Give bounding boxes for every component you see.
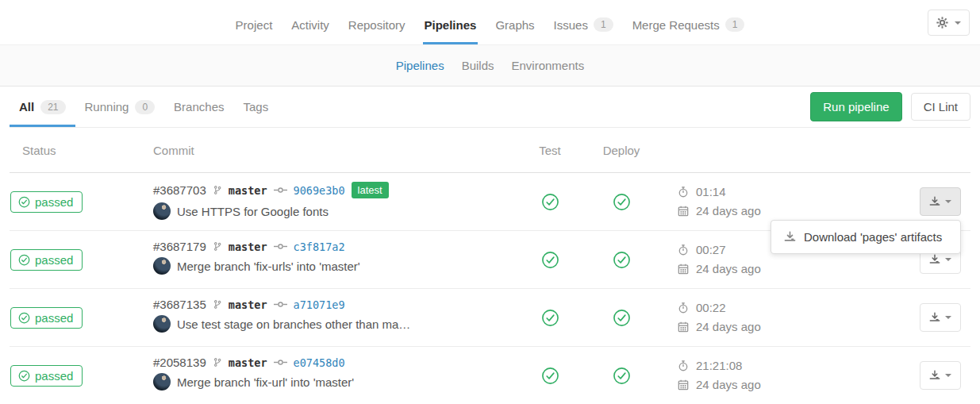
nav-item-graphs[interactable]: Graphs [494, 18, 536, 44]
branch-icon [213, 185, 222, 195]
test-stage-status[interactable] [541, 309, 559, 327]
pipeline-row: passed #3687135 master a71071e9 Use test… [10, 289, 970, 347]
pipeline-row: passed #2058139 master e07458d0 Merge br… [10, 347, 970, 404]
avatar[interactable] [153, 257, 171, 275]
time-cell: 00:22 24 days ago [657, 298, 920, 337]
deploy-stage-status[interactable] [613, 309, 631, 327]
nav-item-merge-requests[interactable]: Merge Requests 1 [631, 17, 747, 44]
chevron-down-icon [945, 200, 951, 203]
pipelines-filter-bar: All 21 Running 0 Branches Tags Run pipel… [10, 87, 970, 128]
download-icon [784, 231, 796, 243]
run-pipeline-button[interactable]: Run pipeline [810, 92, 901, 121]
test-stage-status[interactable] [541, 367, 559, 385]
stopwatch-icon [678, 360, 689, 371]
status-badge-passed[interactable]: passed [10, 365, 83, 387]
check-circle-icon [18, 370, 30, 382]
deploy-stage-status[interactable] [613, 193, 631, 211]
subnav-item-environments[interactable]: Environments [512, 59, 585, 72]
pipeline-duration: 21:21:08 [696, 356, 742, 375]
check-circle-icon [18, 312, 30, 324]
commit-sha-link[interactable]: a71071e9 [294, 298, 345, 311]
commit-icon [274, 243, 287, 250]
tab-tags[interactable]: Tags [233, 87, 278, 127]
download-artifacts-button[interactable] [920, 303, 961, 332]
deploy-stage-status[interactable] [613, 367, 631, 385]
header-status: Status [10, 144, 153, 157]
gear-icon [936, 17, 948, 29]
avatar[interactable] [153, 202, 171, 220]
pipelines-table-header: Status Commit Test Deploy [10, 128, 970, 173]
pipelines-page: Project Activity Repository Pipelines Gr… [0, 0, 980, 404]
pipeline-id: #3687135 [153, 298, 206, 311]
nav-item-issues[interactable]: Issues 1 [552, 17, 615, 44]
pipeline-finished-ago: 24 days ago [696, 202, 761, 221]
deploy-stage-status[interactable] [613, 251, 631, 269]
download-icon [929, 370, 940, 381]
commit-cell: #3687179 master c3f817a2 Merge branch 'f… [153, 231, 514, 275]
tab-running[interactable]: Running 0 [75, 87, 165, 127]
branch-link[interactable]: master [229, 184, 267, 197]
check-circle-icon [18, 196, 30, 208]
pipeline-finished-ago: 24 days ago [696, 375, 761, 394]
avatar[interactable] [153, 373, 171, 391]
nav-item-pipelines[interactable]: Pipelines [423, 18, 478, 44]
pipeline-id: #2058139 [153, 356, 206, 369]
ci-lint-button[interactable]: CI Lint [911, 93, 970, 121]
latest-badge: latest [352, 182, 389, 198]
time-cell: 01:14 24 days ago [657, 183, 920, 221]
header-commit: Commit [153, 144, 514, 157]
stopwatch-icon [678, 244, 689, 256]
status-badge-passed[interactable]: passed [10, 249, 83, 271]
nav-item-repository[interactable]: Repository [347, 18, 407, 44]
all-count-badge: 21 [40, 100, 65, 114]
time-cell: 21:21:08 24 days ago [657, 356, 920, 394]
calendar-icon [678, 206, 689, 217]
test-stage-status[interactable] [541, 251, 559, 269]
actions-cell [920, 361, 970, 390]
running-count-badge: 0 [135, 100, 155, 114]
calendar-icon [678, 379, 689, 391]
chevron-down-icon [955, 21, 961, 25]
download-icon [929, 312, 940, 323]
branch-icon [213, 299, 222, 310]
stopwatch-icon [678, 302, 689, 314]
nav-item-activity[interactable]: Activity [290, 18, 331, 44]
commit-cell: #3687703 master 9069e3b0 latest Use HTTP… [153, 173, 514, 220]
commit-sha-link[interactable]: c3f817a2 [294, 240, 345, 253]
subnav-item-pipelines[interactable]: Pipelines [396, 59, 444, 72]
pipeline-duration: 00:22 [696, 298, 726, 317]
download-artifacts-button[interactable] [920, 187, 961, 216]
ci-sub-nav: Pipelines Builds Environments [0, 44, 980, 87]
commit-icon [274, 359, 287, 366]
commit-sha-link[interactable]: e07458d0 [294, 356, 345, 369]
commit-message-link[interactable]: Use test stage on branches other than ma… [177, 317, 410, 331]
commit-icon [274, 187, 287, 194]
nav-item-project[interactable]: Project [234, 18, 275, 44]
download-icon [929, 196, 940, 207]
branch-link[interactable]: master [229, 356, 267, 369]
commit-message-link[interactable]: Use HTTPS for Google fonts [177, 205, 329, 218]
subnav-item-builds[interactable]: Builds [462, 59, 494, 72]
merge-requests-count-badge: 1 [725, 17, 745, 32]
check-circle-icon [18, 254, 30, 266]
status-badge-passed[interactable]: passed [10, 307, 83, 329]
project-settings-button[interactable] [928, 10, 970, 36]
issues-count-badge: 1 [594, 17, 613, 32]
status-badge-passed[interactable]: passed [10, 191, 83, 213]
calendar-icon [678, 264, 689, 275]
test-stage-status[interactable] [541, 193, 559, 211]
commit-message-link[interactable]: Merge branch 'fix-url' into 'master' [177, 375, 354, 389]
tab-all[interactable]: All 21 [10, 87, 75, 127]
download-pages-artifacts-item[interactable]: Download 'pages' artifacts [771, 228, 960, 246]
branch-icon [213, 241, 222, 252]
download-artifacts-button[interactable] [920, 361, 961, 390]
calendar-icon [678, 321, 689, 333]
pipeline-id: #3687703 [153, 183, 206, 197]
branch-link[interactable]: master [229, 240, 267, 253]
avatar[interactable] [153, 315, 171, 333]
commit-message-link[interactable]: Merge branch 'fix-urls' into 'master' [177, 260, 360, 273]
branch-link[interactable]: master [229, 298, 267, 311]
tab-branches[interactable]: Branches [164, 87, 233, 127]
commit-sha-link[interactable]: 9069e3b0 [294, 184, 345, 197]
download-artifacts-menu: Download 'pages' artifacts [771, 220, 961, 254]
